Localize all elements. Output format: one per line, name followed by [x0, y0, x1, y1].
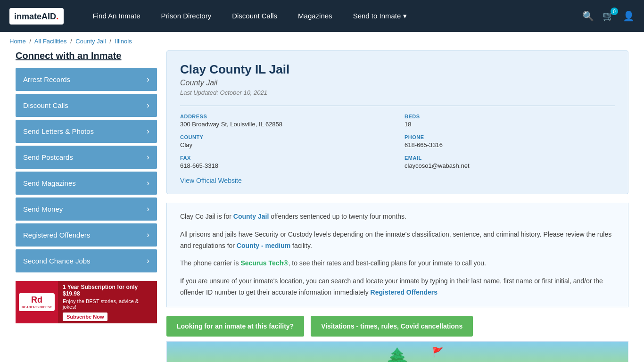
- readers-digest-logo: Rd READER'S DIGEST: [19, 293, 55, 311]
- main-layout: Connect with an Inmate Arrest Records › …: [6, 50, 638, 362]
- chevron-right-icon: ›: [147, 152, 149, 162]
- sidebar-item-registered-offenders[interactable]: Registered Offenders ›: [16, 223, 157, 247]
- sidebar-label-send-postcards: Send Postcards: [23, 153, 73, 161]
- county-jail-link[interactable]: County Jail: [233, 213, 269, 220]
- user-button[interactable]: 👤: [623, 10, 635, 22]
- sidebar-item-send-letters[interactable]: Send Letters & Photos ›: [16, 120, 157, 143]
- ad-body: Enjoy the BEST stories, advice & jokes!: [63, 298, 152, 310]
- chevron-right-icon: ›: [147, 178, 149, 188]
- flag-decoration: 🚩: [432, 346, 444, 358]
- ad-logo-container: Rd READER'S DIGEST: [16, 281, 58, 323]
- breadcrumb-illinois[interactable]: Illinois: [115, 38, 132, 45]
- facility-card: Clay County IL Jail County Jail Last Upd…: [166, 50, 628, 194]
- navbar-icons: 🔍 🛒 0 👤: [582, 10, 635, 22]
- county-value: Clay: [180, 141, 390, 148]
- visitations-button[interactable]: Visitations - times, rules, Covid cancel…: [311, 316, 473, 337]
- nav-send-to-inmate[interactable]: Send to Inmate ▾: [343, 0, 417, 32]
- sidebar-item-send-money[interactable]: Send Money ›: [16, 197, 157, 221]
- email-label: EMAIL: [405, 155, 615, 161]
- chevron-right-icon: ›: [147, 74, 149, 84]
- content-area: Clay County IL Jail County Jail Last Upd…: [166, 50, 628, 362]
- detail-phone: PHONE 618-665-3316: [405, 134, 615, 148]
- facility-last-updated: Last Updated: October 10, 2021: [180, 89, 615, 96]
- securus-tech-link[interactable]: Securus Tech®: [240, 259, 288, 267]
- official-website-link[interactable]: View Official Website: [180, 177, 615, 184]
- breadcrumb-home[interactable]: Home: [9, 38, 26, 45]
- chevron-right-icon: ›: [147, 100, 149, 110]
- navbar-links: Find An Inmate Prison Directory Discount…: [83, 0, 582, 32]
- chevron-right-icon: ›: [147, 204, 149, 214]
- nav-find-inmate[interactable]: Find An Inmate: [83, 0, 151, 32]
- sidebar-label-send-letters: Send Letters & Photos: [23, 127, 94, 135]
- description-area: Clay Co Jail is for County Jail offender…: [166, 203, 628, 307]
- logo-text: inmateAID.: [14, 11, 59, 22]
- advertisement-banner: Rd READER'S DIGEST 1 Year Subscription f…: [16, 281, 157, 323]
- email-value: claycoso1@wabash.net: [405, 162, 615, 169]
- chevron-right-icon: ›: [147, 126, 149, 136]
- sidebar-item-send-postcards[interactable]: Send Postcards ›: [16, 146, 157, 169]
- detail-beds: BEDS 18: [405, 114, 615, 128]
- search-button[interactable]: 🔍: [582, 10, 594, 22]
- detail-county: COUNTY Clay: [180, 134, 390, 148]
- fax-value: 618-665-3318: [180, 162, 390, 169]
- sidebar-item-second-chance-jobs[interactable]: Second Chance Jobs ›: [16, 249, 157, 272]
- sidebar-item-arrest-records[interactable]: Arrest Records ›: [16, 68, 157, 91]
- county-label: COUNTY: [180, 134, 390, 140]
- ad-subscribe-button[interactable]: Subscribe Now: [63, 313, 107, 321]
- tree-decoration: 🌲: [383, 347, 412, 362]
- sidebar-label-second-chance-jobs: Second Chance Jobs: [23, 257, 91, 265]
- nav-discount-calls[interactable]: Discount Calls: [222, 0, 288, 32]
- detail-email: EMAIL claycoso1@wabash.net: [405, 155, 615, 169]
- address-label: ADDRESS: [180, 114, 390, 119]
- address-value: 300 Broadway St, Louisville, IL 62858: [180, 121, 390, 128]
- cart-badge: 0: [611, 8, 618, 15]
- detail-fax: FAX 618-665-3318: [180, 155, 390, 169]
- sidebar: Connect with an Inmate Arrest Records › …: [16, 50, 157, 362]
- sidebar-label-discount-calls: Discount Calls: [23, 101, 68, 109]
- facility-photo-strip: 🌲 🚩: [166, 341, 628, 362]
- beds-label: BEDS: [405, 114, 615, 119]
- sidebar-item-discount-calls[interactable]: Discount Calls ›: [16, 94, 157, 117]
- navbar: inmateAID. Find An Inmate Prison Directo…: [0, 0, 644, 32]
- breadcrumb-all-facilities[interactable]: All Facilities: [34, 38, 67, 45]
- county-medium-link[interactable]: County - medium: [237, 242, 290, 249]
- description-para1: Clay Co Jail is for County Jail offender…: [180, 211, 615, 222]
- sidebar-title: Connect with an Inmate: [16, 50, 157, 61]
- logo-box: inmateAID.: [9, 8, 64, 25]
- phone-label: PHONE: [405, 134, 615, 140]
- cart-button[interactable]: 🛒 0: [603, 10, 614, 22]
- fax-label: FAX: [180, 155, 390, 161]
- nav-prison-directory[interactable]: Prison Directory: [151, 0, 222, 32]
- detail-address: ADDRESS 300 Broadway St, Louisville, IL …: [180, 114, 390, 128]
- logo-container[interactable]: inmateAID.: [9, 8, 64, 25]
- description-para2: All prisons and jails have Security or C…: [180, 229, 615, 252]
- beds-value: 18: [405, 121, 615, 128]
- sidebar-label-send-magazines: Send Magazines: [23, 179, 76, 187]
- description-para4: If you are unsure of your inmate's locat…: [180, 276, 615, 298]
- ad-title: 1 Year Subscription for only $19.98: [63, 284, 152, 297]
- sidebar-label-send-money: Send Money: [23, 205, 63, 213]
- breadcrumb-county-jail[interactable]: County Jail: [75, 38, 106, 45]
- chevron-right-icon: ›: [147, 230, 149, 240]
- official-website-anchor[interactable]: View Official Website: [180, 177, 242, 184]
- chevron-right-icon: ›: [147, 256, 149, 266]
- action-buttons: Looking for an inmate at this facility? …: [166, 307, 628, 341]
- sidebar-menu: Arrest Records › Discount Calls › Send L…: [16, 68, 157, 272]
- facility-type: County Jail: [180, 79, 615, 87]
- facility-details-grid: ADDRESS 300 Broadway St, Louisville, IL …: [180, 106, 615, 169]
- facility-name: Clay County IL Jail: [180, 62, 615, 77]
- sidebar-label-registered-offenders: Registered Offenders: [23, 231, 90, 239]
- ad-content: 1 Year Subscription for only $19.98 Enjo…: [58, 281, 157, 323]
- looking-for-inmate-button[interactable]: Looking for an inmate at this facility?: [166, 316, 304, 337]
- nav-magazines[interactable]: Magazines: [288, 0, 343, 32]
- sidebar-item-send-magazines[interactable]: Send Magazines ›: [16, 172, 157, 195]
- description-para3: The phone carrier is Securus Tech®, to s…: [180, 258, 615, 269]
- sidebar-label-arrest-records: Arrest Records: [23, 75, 70, 83]
- phone-value: 618-665-3316: [405, 141, 615, 148]
- registered-offenders-link[interactable]: Registered Offenders: [371, 288, 438, 296]
- breadcrumb: Home / All Facilities / County Jail / Il…: [0, 32, 644, 50]
